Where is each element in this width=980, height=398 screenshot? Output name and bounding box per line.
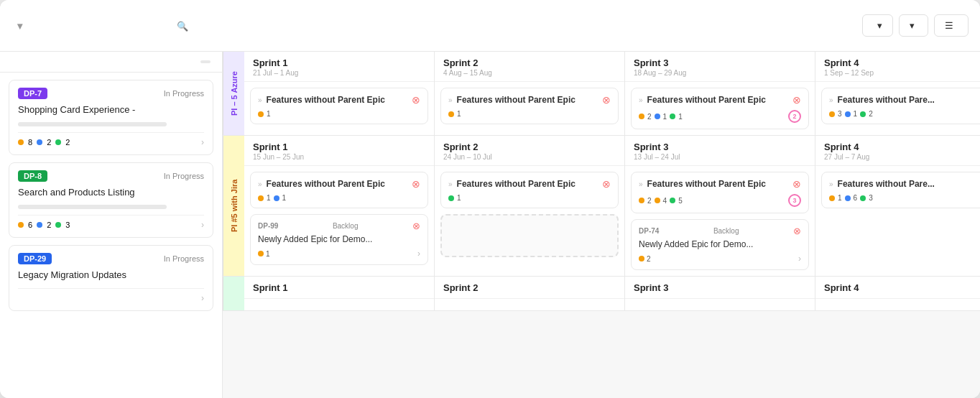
dot-count: 1 <box>282 194 287 202</box>
feature-card-footer: 1 <box>448 194 611 202</box>
sprint-body: »Features without Parent Epic⊗1 <box>244 82 434 130</box>
feature-dots: 163 <box>829 194 873 202</box>
card-id-badge: DP-7 <box>18 88 47 99</box>
sprint-name: Sprint 1 <box>253 282 425 293</box>
card-expand-icon[interactable]: › <box>201 293 204 303</box>
sprint-col: Sprint 3 <box>625 277 815 310</box>
pi-label <box>223 277 244 310</box>
dot-indicator <box>258 251 264 256</box>
dot-count: 1 <box>854 110 858 118</box>
sprint-col: Sprint 24 Aug – 15 Aug»Features without … <box>435 52 625 135</box>
sprint-header: Sprint 224 Jun – 10 Jul <box>435 136 624 166</box>
sidebar-card[interactable]: DP-7In ProgressShopping Card Experience … <box>9 80 213 155</box>
feature-card[interactable]: »Features without Parent Epic⊗1 <box>250 88 428 124</box>
feature-card-footer: 1 <box>448 110 611 118</box>
epic-expand-icon[interactable]: › <box>798 254 801 264</box>
dot-indicator <box>258 111 264 117</box>
feature-card[interactable]: »Features without Parent Epic⊗11 <box>250 172 428 208</box>
dot-indicator <box>829 195 835 201</box>
dot-indicator <box>845 195 851 201</box>
dot-count: 1 <box>838 194 842 202</box>
sprint-body <box>815 299 980 310</box>
dot-indicator <box>860 111 866 117</box>
feature-card[interactable]: »Features without Parent Epic⊗2453 <box>631 172 809 213</box>
pi-label: PI – 5 Azure <box>223 52 244 135</box>
feature-card[interactable]: »Features without Pare...⊗163 <box>821 172 980 208</box>
sprint-col: Sprint 2 <box>435 277 625 310</box>
epic-expand-icon[interactable]: › <box>417 249 420 259</box>
sprint-body <box>625 299 815 310</box>
sprint-body: »Features without Parent Epic⊗2112 <box>625 82 815 135</box>
pi-row: PI – 5 AzureSprint 121 Jul – 1 Aug»Featu… <box>223 52 980 136</box>
feature-title: Features without Parent Epic <box>647 95 788 105</box>
card-expand-icon[interactable]: › <box>201 137 204 147</box>
expand-arrow-icon: » <box>829 96 833 104</box>
sprint-header: Sprint 121 Jul – 1 Aug <box>244 52 434 82</box>
dot-indicator <box>18 222 24 228</box>
dot-count: 1 <box>457 110 461 118</box>
dot-count: 1 <box>678 113 683 121</box>
feature-card[interactable]: »Features without Parent Epic⊗1 <box>440 172 619 208</box>
more-button[interactable]: ▾ <box>899 14 928 37</box>
dot-indicator <box>655 198 660 203</box>
sidebar-card[interactable]: DP-29In ProgressLegacy Migration Updates… <box>9 245 213 310</box>
feature-icon: ⊗ <box>602 178 611 190</box>
dot-indicator <box>639 256 644 262</box>
dot-indicator <box>274 195 279 201</box>
epic-dot-row: 1 <box>258 250 270 258</box>
sprint-columns: Sprint 115 Jun – 25 Jun»Features without… <box>244 136 980 276</box>
feature-card-footer: 11 <box>258 194 420 202</box>
dot-indicator <box>37 222 42 228</box>
dot-count: 1 <box>267 194 271 202</box>
sprint-dates: 4 Aug – 15 Aug <box>443 69 616 77</box>
feature-card-header: »Features without Parent Epic⊗ <box>639 178 801 190</box>
feature-card[interactable]: »Features without Parent Epic⊗2112 <box>631 88 809 129</box>
sprint-header: Sprint 24 Aug – 15 Aug <box>435 52 624 82</box>
dot-count: 4 <box>663 197 667 205</box>
dot-count: 3 <box>869 194 873 202</box>
dot-indicator <box>655 114 660 119</box>
dot-indicator <box>639 114 644 119</box>
search-input[interactable] <box>170 15 399 36</box>
feature-dots: 211 <box>639 113 683 121</box>
pi-row: PI #5 with JiraSprint 115 Jun – 25 Jun»F… <box>223 136 980 277</box>
card-progress-bar <box>18 122 167 126</box>
dot-count: 5 <box>678 197 683 205</box>
dot-count: 1 <box>266 250 270 258</box>
sidebar-header <box>0 52 222 73</box>
board-settings-button[interactable]: ☰ <box>934 14 969 37</box>
card-title: Search and Products Listing <box>18 186 204 199</box>
sprint-name: Sprint 2 <box>443 57 616 68</box>
dot-count: 2 <box>869 110 873 118</box>
sidebar-card[interactable]: DP-8In ProgressSearch and Products Listi… <box>9 162 213 238</box>
expand-arrow-icon: » <box>448 96 453 104</box>
feature-card[interactable]: »Features without Pare...⊗312 <box>821 88 980 124</box>
feature-card-footer: 2112 <box>639 110 801 123</box>
sprint-name: Sprint 4 <box>824 142 980 152</box>
epic-card[interactable]: DP-74Backlog⊗Newly Added Epic for Demo..… <box>631 219 809 270</box>
sprint-header: Sprint 115 Jun – 25 Jun <box>244 136 434 166</box>
sprint-name: Sprint 3 <box>634 142 806 152</box>
dot-count: 6 <box>854 194 858 202</box>
sprint-body: »Features without Parent Epic⊗1 <box>435 166 624 263</box>
card-title: Shopping Card Experience - <box>18 103 204 116</box>
dot-indicator <box>448 111 454 117</box>
dot-count: 3 <box>838 110 842 118</box>
sprint-body <box>435 299 624 310</box>
dot-count: 2 <box>647 197 652 205</box>
card-top-row: DP-7In Progress <box>18 88 204 99</box>
epic-card[interactable]: DP-99Backlog⊗Newly Added Epic for Demo..… <box>250 214 428 265</box>
title-chevron-icon[interactable]: ▾ <box>17 20 22 32</box>
sprint-header: Sprint 41 Sep – 12 Sep <box>815 52 980 82</box>
feature-card[interactable]: »Features without Parent Epic⊗1 <box>440 88 619 124</box>
view-select-button[interactable]: ▾ <box>862 14 893 37</box>
card-expand-icon[interactable]: › <box>201 220 204 230</box>
feature-icon: ⊗ <box>792 94 801 106</box>
card-bottom-row: 623› <box>18 220 204 230</box>
card-top-row: DP-29In Progress <box>18 253 204 264</box>
feature-title: Features without Parent Epic <box>457 95 598 105</box>
feature-title: Features without Parent Epic <box>457 179 598 189</box>
dot-count: 2 <box>647 255 651 263</box>
feature-dots: 11 <box>258 194 286 202</box>
drop-zone[interactable] <box>440 214 619 257</box>
